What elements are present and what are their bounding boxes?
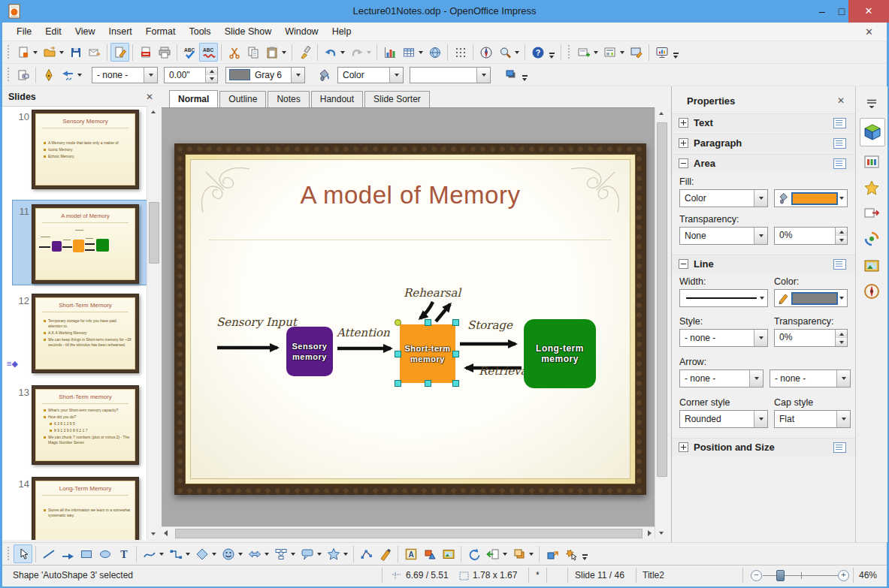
label-retrieval[interactable]: Retrieval xyxy=(479,364,531,378)
copy-icon[interactable] xyxy=(243,43,262,62)
scroll-right-icon[interactable] xyxy=(648,530,652,536)
expand-icon[interactable] xyxy=(679,442,688,452)
slide-thumbnail-10[interactable]: Sensory Memory A Memory mode that lasts … xyxy=(32,110,139,189)
section-position-size[interactable]: Position and Size xyxy=(672,438,855,456)
table-icon[interactable] xyxy=(399,43,418,62)
dialog-launcher-icon[interactable] xyxy=(833,118,846,128)
slide-layout-icon[interactable] xyxy=(600,43,619,62)
selection-handle[interactable] xyxy=(395,380,401,387)
flowchart-dropdown[interactable] xyxy=(291,553,295,556)
slide-show-icon[interactable] xyxy=(652,43,671,62)
arrange-dropdown[interactable] xyxy=(529,553,534,556)
help-icon[interactable]: ? xyxy=(528,43,547,62)
toolbar-overflow[interactable] xyxy=(520,65,529,84)
curve-dropdown[interactable] xyxy=(159,553,164,556)
fontwork-icon[interactable]: A xyxy=(401,544,420,563)
zoom-icon[interactable] xyxy=(495,43,514,62)
zoom-slider-thumb[interactable] xyxy=(776,570,785,581)
tab-slide-sorter[interactable]: Slide Sorter xyxy=(364,91,430,107)
shadow-icon[interactable] xyxy=(501,65,520,84)
document-close-icon[interactable]: ✕ xyxy=(865,26,873,38)
label-sensory-input[interactable]: Sensory Input xyxy=(216,315,297,329)
print-icon[interactable] xyxy=(155,43,174,62)
collapse-icon[interactable] xyxy=(679,158,688,168)
connector-icon[interactable] xyxy=(166,544,185,563)
master-pages-tab-icon[interactable] xyxy=(860,151,884,173)
toolbar-overflow[interactable] xyxy=(547,43,556,62)
edit-points-icon[interactable] xyxy=(357,544,376,563)
gallery-icon[interactable] xyxy=(439,544,458,563)
toolbar-overflow[interactable] xyxy=(671,43,680,62)
symbol-shapes-icon[interactable] xyxy=(219,544,237,563)
toolbar-grip[interactable] xyxy=(7,45,11,60)
email-icon[interactable] xyxy=(85,43,104,62)
menu-window[interactable]: Window xyxy=(278,23,325,40)
scrollbar-thumb[interactable] xyxy=(149,202,159,264)
basic-shapes-icon[interactable] xyxy=(192,544,211,563)
connector-dropdown[interactable] xyxy=(186,553,190,556)
ellipse-icon[interactable] xyxy=(95,544,114,563)
block-arrows-icon[interactable] xyxy=(245,544,264,563)
display-grid-icon[interactable] xyxy=(451,43,470,62)
dialog-launcher-icon[interactable] xyxy=(833,259,846,270)
section-paragraph[interactable]: Paragraph xyxy=(672,134,855,152)
undo-icon[interactable] xyxy=(321,43,340,62)
slide-thumbnail-11[interactable]: A model of Memory xyxy=(32,204,139,284)
scroll-up-icon[interactable] xyxy=(655,107,667,119)
menu-slide-show[interactable]: Slide Show xyxy=(218,23,279,40)
line-icon[interactable] xyxy=(39,544,58,563)
open-icon[interactable] xyxy=(40,43,59,62)
scrollbar-thumb[interactable] xyxy=(175,529,643,538)
navigator-icon[interactable] xyxy=(476,43,495,62)
slide-design-icon[interactable] xyxy=(627,43,646,62)
scroll-down-icon[interactable] xyxy=(655,527,667,538)
redo-icon[interactable] xyxy=(347,43,366,62)
menu-file[interactable]: File xyxy=(10,23,38,40)
redo-dropdown[interactable] xyxy=(367,51,371,54)
tab-handout[interactable]: Handout xyxy=(311,91,363,107)
tab-outline[interactable]: Outline xyxy=(219,91,266,107)
slide-canvas[interactable]: A model of Memory Sensory Input Attentio… xyxy=(162,107,655,527)
arrange-icon[interactable] xyxy=(510,544,528,563)
edit-points-dialog-icon[interactable] xyxy=(14,65,32,84)
spellcheck-icon[interactable]: ABC xyxy=(180,43,199,62)
paste-icon[interactable] xyxy=(262,43,281,62)
toolbar-overflow[interactable] xyxy=(580,544,589,563)
callouts-icon[interactable] xyxy=(298,544,316,563)
glue-points-icon[interactable] xyxy=(376,544,395,563)
canvas-vertical-scrollbar[interactable] xyxy=(655,107,667,538)
transparency-spinner[interactable]: 0% xyxy=(774,227,848,245)
scroll-left-icon[interactable] xyxy=(164,530,168,536)
selection-handle[interactable] xyxy=(452,319,459,326)
fill-color-select[interactable] xyxy=(410,67,491,83)
scroll-down-icon[interactable] xyxy=(147,528,159,539)
flowchart-icon[interactable] xyxy=(271,544,290,563)
custom-animation-tab-icon[interactable] xyxy=(860,176,884,199)
label-rehearsal[interactable]: Rehearsal xyxy=(404,286,461,300)
block-arrows-dropdown[interactable] xyxy=(265,553,269,556)
table-dropdown[interactable] xyxy=(419,51,423,54)
selection-handle[interactable] xyxy=(395,319,401,326)
cap-style-select[interactable]: Flat xyxy=(774,410,851,428)
rotate-icon[interactable] xyxy=(464,544,483,563)
selection-handle[interactable] xyxy=(425,380,431,387)
section-area[interactable]: Area xyxy=(672,154,855,172)
slide-editing-area[interactable]: A model of Memory Sensory Input Attentio… xyxy=(174,143,646,495)
stars-dropdown[interactable] xyxy=(343,553,348,556)
zoom-dropdown[interactable] xyxy=(515,51,519,54)
alignment-dropdown[interactable] xyxy=(503,553,507,556)
selection-handle[interactable] xyxy=(452,380,459,387)
slides-panel-scrollbar[interactable] xyxy=(147,106,159,539)
fill-type-select[interactable]: Color xyxy=(679,189,768,207)
properties-close-icon[interactable]: ✕ xyxy=(837,95,845,106)
arrow-style-icon[interactable] xyxy=(58,65,77,84)
label-storage[interactable]: Storage xyxy=(467,318,513,332)
fill-color-picker[interactable] xyxy=(774,189,848,207)
zoom-out-icon[interactable]: − xyxy=(751,570,762,581)
slide-thumbnail-12[interactable]: Short-Term Memory Temporary storage for … xyxy=(32,294,139,373)
undo-dropdown[interactable] xyxy=(340,51,345,54)
properties-tab-icon[interactable] xyxy=(860,118,885,146)
slide-layout-dropdown[interactable] xyxy=(620,51,624,54)
new-slide-dropdown[interactable] xyxy=(594,51,598,54)
arrow-icon[interactable] xyxy=(58,544,77,563)
